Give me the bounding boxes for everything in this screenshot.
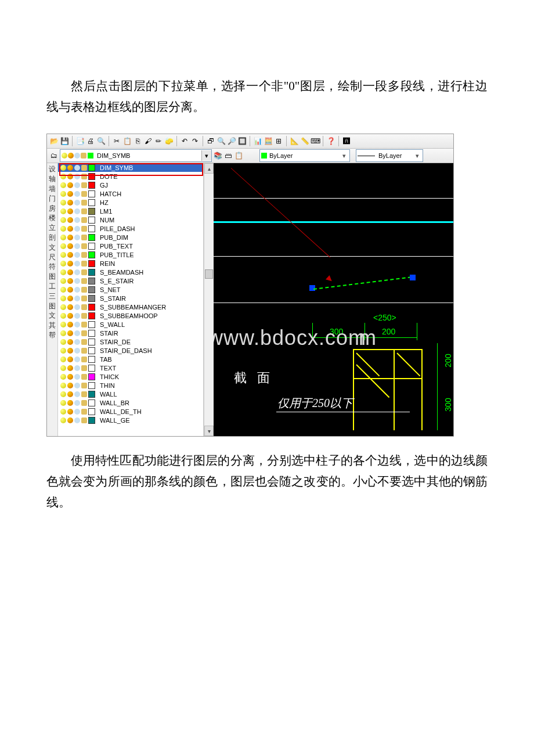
freeze-icon <box>74 261 80 267</box>
toolbar-icon[interactable]: ↷ <box>190 136 200 146</box>
layer-list-item[interactable]: DOTE <box>58 172 203 181</box>
layer-list-item[interactable]: WALL <box>58 390 203 398</box>
layer-list-item[interactable]: S_SUBBEAMHANGER <box>58 303 203 311</box>
toolbar-icon[interactable]: 📑 <box>75 136 85 146</box>
toolbar-icon[interactable]: ✏ <box>154 136 163 146</box>
chevron-down-icon[interactable]: ▾ <box>201 150 211 161</box>
layer-list-item[interactable]: HATCH <box>58 189 203 198</box>
layer-dropdown[interactable]: DIM_SYMB ▾ <box>60 149 212 162</box>
bulb-icon <box>60 217 66 223</box>
toolbar-icon[interactable]: 📂 <box>49 136 59 146</box>
layer-list-item[interactable]: TAB <box>58 355 203 363</box>
layer-list-item[interactable]: REIN <box>58 259 203 268</box>
chevron-down-icon[interactable]: ▾ <box>340 152 348 160</box>
column-edge[interactable] <box>421 349 423 430</box>
layer-tool-3[interactable]: 📋 <box>234 151 243 160</box>
layer-list-item[interactable]: S_NET <box>58 285 203 294</box>
layer-list-item[interactable]: S_E_STAIR <box>58 276 203 285</box>
side-menu-item[interactable]: 帮 <box>49 330 56 340</box>
layer-props-icon[interactable]: 🗂 <box>49 151 59 160</box>
column-edge[interactable] <box>353 378 423 379</box>
side-menu-item[interactable]: 三 <box>49 291 56 301</box>
layer-list-item[interactable]: PUB_TITLE <box>58 250 203 259</box>
side-menu-item[interactable]: 图 <box>49 301 56 311</box>
scroll-down-icon[interactable]: ▾ <box>204 426 214 436</box>
freeze-icon <box>74 174 80 179</box>
layer-list-item[interactable]: WALL_GE <box>58 416 203 424</box>
toolbar-icon[interactable]: ❓ <box>326 136 335 146</box>
toolbar-icon[interactable]: ⎘ <box>133 136 142 146</box>
layer-tool-1[interactable]: 📚 <box>213 151 222 160</box>
toolbar-icon[interactable]: 🅰 <box>342 136 351 146</box>
linetype-combo[interactable]: ByLayer ▾ <box>356 149 423 162</box>
column-edge[interactable] <box>353 349 354 430</box>
layer-list-item[interactable]: WALL_DE_TH <box>58 407 203 416</box>
layer-list-item[interactable]: THICK <box>58 372 203 381</box>
side-menu-item[interactable]: 文 <box>49 311 56 321</box>
column-edge[interactable] <box>353 349 423 350</box>
toolbar-icon[interactable]: 🧽 <box>164 136 174 146</box>
toolbar-icon[interactable]: ↶ <box>180 136 189 146</box>
side-menu-item[interactable]: 墙 <box>49 184 56 194</box>
layer-list-item[interactable]: DIM_SYMB <box>58 163 203 172</box>
toolbar-icon[interactable]: 📏 <box>300 136 309 146</box>
toolbar-icon[interactable]: 🖌 <box>143 136 153 146</box>
side-menu-item[interactable]: 符 <box>49 262 56 272</box>
side-menu-item[interactable]: 剖 <box>49 233 56 243</box>
scrollbar[interactable]: ▴ ▾ <box>204 163 214 436</box>
side-menu-item[interactable]: 轴 <box>49 174 56 184</box>
side-menu-item[interactable]: 房 <box>49 204 56 214</box>
scroll-thumb[interactable] <box>205 269 213 279</box>
layer-list-item[interactable]: S_WALL <box>58 320 203 329</box>
layer-list-item[interactable]: TEXT <box>58 363 203 372</box>
grip[interactable] <box>410 275 416 280</box>
layer-list-item[interactable]: S_STAIR <box>58 294 203 303</box>
toolbar-icon[interactable]: 🔎 <box>227 136 236 146</box>
side-menu-item[interactable]: 立 <box>49 223 56 233</box>
side-menu-item[interactable]: 楼 <box>49 213 56 223</box>
layer-list-item[interactable]: STAIR <box>58 329 203 337</box>
drawing-canvas[interactable]: www.bdocx.com m <250> 300 200 <box>214 163 453 436</box>
side-menu-item[interactable]: 门 <box>49 194 56 204</box>
toolbar-icon[interactable]: 🧮 <box>264 136 273 146</box>
layer-list-item[interactable]: STAIR_DE <box>58 337 203 346</box>
toolbar-icon[interactable]: 🗗 <box>206 136 215 146</box>
layer-color-swatch <box>88 312 95 319</box>
scroll-up-icon[interactable]: ▴ <box>204 163 214 174</box>
layer-list-panel[interactable]: DIM_SYMBDOTEGJHATCHHZLM1NUMPILE_DASHPUB_… <box>58 163 204 436</box>
layer-list-item[interactable]: STAIR_DE_DASH <box>58 346 203 355</box>
side-menu-item[interactable]: 其 <box>49 321 56 330</box>
layer-list-item[interactable]: S_SUBBEAMHOOP <box>58 311 203 320</box>
layer-list-item[interactable]: NUM <box>58 215 203 224</box>
toolbar-icon[interactable]: 🔲 <box>237 136 247 146</box>
toolbar-icon[interactable]: 📊 <box>253 136 262 146</box>
layer-list-item[interactable]: PUB_DIM <box>58 233 203 242</box>
column-edge[interactable] <box>394 349 395 430</box>
vertical-menu[interactable]: 设轴墙门房楼立剖文尺符图工三图文其帮 <box>47 163 58 436</box>
toolbar-icon[interactable]: ✂ <box>112 136 121 146</box>
side-menu-item[interactable]: 文 <box>49 243 56 253</box>
side-menu-item[interactable]: 图 <box>49 272 56 282</box>
toolbar-icon[interactable]: 📋 <box>122 136 132 146</box>
layer-tool-2[interactable]: 🗃 <box>223 151 233 160</box>
layer-list-item[interactable]: THIN <box>58 381 203 390</box>
side-menu-item[interactable]: 设 <box>49 164 56 174</box>
layer-list-item[interactable]: HZ <box>58 198 203 207</box>
toolbar-icon[interactable]: 🖨 <box>86 136 95 146</box>
color-combo[interactable]: ByLayer ▾ <box>259 149 350 162</box>
side-menu-item[interactable]: 工 <box>49 282 56 291</box>
side-menu-item[interactable]: 尺 <box>49 253 56 262</box>
layer-list-item[interactable]: LM1 <box>58 207 203 215</box>
toolbar-icon[interactable]: ⌨ <box>311 136 320 146</box>
toolbar-icon[interactable]: ⊞ <box>274 136 283 146</box>
toolbar-icon[interactable]: 📐 <box>290 136 299 146</box>
layer-list-item[interactable]: S_BEAMDASH <box>58 268 203 276</box>
layer-list-item[interactable]: PILE_DASH <box>58 224 203 233</box>
layer-list-item[interactable]: WALL_BR <box>58 398 203 407</box>
toolbar-icon[interactable]: 🔍 <box>217 136 226 146</box>
layer-list-item[interactable]: PUB_TEXT <box>58 242 203 250</box>
chevron-down-icon[interactable]: ▾ <box>413 152 421 160</box>
toolbar-icon[interactable]: 💾 <box>60 136 69 146</box>
toolbar-icon[interactable]: 🔍 <box>96 136 106 146</box>
layer-list-item[interactable]: GJ <box>58 181 203 189</box>
